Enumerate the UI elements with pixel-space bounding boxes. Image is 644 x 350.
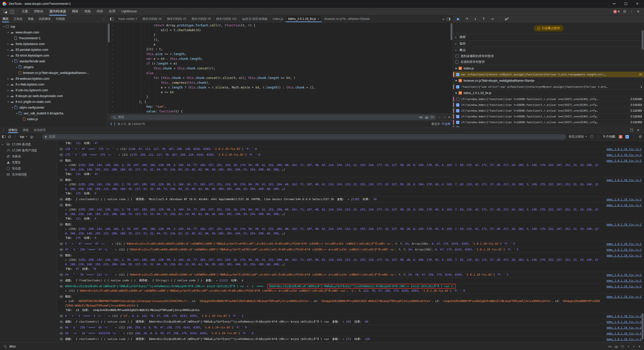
tree-item[interactable]: ▾☁lf-rc1.yhgfb-cn-static.com xyxy=(0,99,107,105)
section-线程[interactable]: ▸线程 xyxy=(453,34,644,40)
source-location-link[interactable]: bdms_1.0.1.19_fix.js:2 xyxy=(607,253,641,258)
navigator-tab-网页[interactable]: 网页 xyxy=(0,16,11,22)
search-previous-icon[interactable]: ∧ xyxy=(627,345,629,348)
source-location-link[interactable]: bdms_1.0.1.19_fix.js:2 xyxy=(607,284,641,289)
source-location-link[interactable]: bdms_1.0.1.19_fix.js:2 xyxy=(607,222,641,227)
step-into-icon[interactable]: ↓ xyxy=(474,17,477,21)
close-drawer-icon[interactable]: × xyxy=(637,128,639,132)
resume-script-icon[interactable]: ▶ xyxy=(457,17,460,21)
main-tab-源代码/来源[interactable]: 源代码/来源 xyxy=(47,8,69,16)
main-tab-元素[interactable]: 元素 xyxy=(19,8,31,16)
chevron-right-icon[interactable]: ▸ xyxy=(6,89,10,92)
breakpoint-checkbox[interactable] xyxy=(456,85,459,89)
file-tab[interactable]: bdms_1.0.1.19_fix.js× xyxy=(286,16,322,22)
close-search-icon[interactable]: × xyxy=(638,344,640,348)
drawer-more-icon[interactable]: ⋮ xyxy=(2,128,5,132)
main-tab-控制台[interactable]: 控制台 xyxy=(31,8,47,16)
breakpoint-entry[interactable]: !function(){"use strict";var y=function(… xyxy=(453,84,644,90)
minimize-button[interactable] xyxy=(613,4,616,4)
navigator-tab-代码段[interactable]: 代码段 xyxy=(53,16,67,22)
search-option-Aa[interactable]: Aa xyxy=(608,345,612,348)
line-gutter[interactable]: - xyxy=(108,37,117,42)
line-gutter[interactable]: - xyxy=(108,100,117,104)
file-tab[interactable]: 脚本代码段 #5 xyxy=(165,16,189,22)
breakpoint-checkbox[interactable] xyxy=(456,109,459,112)
source-location-link[interactable]: bdms_1.0.1.19_fix.js:2 xyxy=(607,242,641,246)
breakpoint-entry[interactable]: if(!window.bdms){!function(){var t={6696… xyxy=(453,108,644,113)
inspect-element-icon[interactable] xyxy=(3,10,7,13)
search-option-(*)[interactable]: (*) xyxy=(621,345,624,348)
navigator-more-icon[interactable]: ⋮ xyxy=(102,17,107,21)
file-tab[interactable]: qq音乐 响应体插桩 xyxy=(240,16,270,22)
console-errors-indicator[interactable]: !4 xyxy=(613,10,620,13)
chevron-right-icon[interactable]: ▸ xyxy=(6,77,10,80)
tree-item[interactable]: index.js xyxy=(0,116,107,122)
coverage-value[interactable]: 不适用 xyxy=(442,122,451,125)
debugger-scrollbar[interactable] xyxy=(642,30,643,50)
breakpoint-entry[interactable]: var i=function(){return i=Object.assign|… xyxy=(453,71,644,77)
breakpoint-entry[interactable]: if(!window.bdms){!function(){var t={6696… xyxy=(453,119,644,125)
frame-context-select[interactable]: top▼ xyxy=(20,135,28,139)
find-option-Aa[interactable]: Aa xyxy=(419,116,422,119)
line-gutter[interactable]: - xyxy=(108,71,117,76)
find-option-(*)[interactable]: (*) xyxy=(431,116,434,119)
breakpoint-entry[interactable]: if(!window.bdms){!function(){var t={6696… xyxy=(453,96,644,102)
close-tab-icon[interactable]: × xyxy=(317,17,319,21)
console-sidebar-item[interactable]: 无错误 xyxy=(0,153,57,159)
info-icon[interactable]: i xyxy=(590,135,593,138)
pretty-print-icon[interactable]: { } xyxy=(110,122,116,126)
close-find-icon[interactable]: × xyxy=(448,115,450,119)
main-tab-应用[interactable]: 应用 xyxy=(106,8,118,16)
expand-caret-icon[interactable]: ▸ xyxy=(65,289,68,292)
console-sidebar-item[interactable]: 无信息 xyxy=(0,165,57,171)
expand-caret-icon[interactable]: ▸ xyxy=(343,320,346,323)
console-sidebar-toggle-icon[interactable] xyxy=(2,135,6,138)
source-location-link[interactable]: bdms_1.0.1.19_fix.js:2 xyxy=(607,147,641,151)
chevron-down-icon[interactable]: ▾ xyxy=(6,54,10,57)
breakpoint-file-group[interactable]: ▾<>bdms_1.0.1.19_fix.js xyxy=(453,90,644,96)
source-location-link[interactable]: bdms_1.0.1.19_fix.js:2 xyxy=(607,153,641,157)
chevron-right-icon[interactable]: ▸ xyxy=(6,49,10,51)
line-gutter[interactable]: - xyxy=(108,47,117,52)
tree-item[interactable]: ▾☁lf3-short.ibytedapm.com xyxy=(0,53,107,58)
file-tab[interactable]: hook cookie 2 xyxy=(116,16,140,22)
source-location-link[interactable]: bdms_1.0.1.19_fix.js:2 xyxy=(607,203,641,207)
source-location-link[interactable]: bdms_1.0.1.19_fix.js:2 xyxy=(607,320,641,324)
expand-caret-icon[interactable]: ▸ xyxy=(65,163,68,167)
code-editor[interactable]: - return Array.prototype.forEach.call(r,… xyxy=(108,22,453,113)
expand-caret-icon[interactable]: ▸ xyxy=(118,153,122,156)
tree-item[interactable]: ▾sec_sdk_build/4.0.8/captcha xyxy=(0,110,107,116)
expand-caret-icon[interactable]: ▸ xyxy=(65,227,68,231)
settings-gear-icon[interactable]: ⚙ xyxy=(623,9,626,14)
line-gutter[interactable]: - xyxy=(108,104,117,109)
debugger-pane-toggle-icon[interactable] xyxy=(447,18,450,20)
breakpoint-checkbox[interactable] xyxy=(456,103,459,107)
line-gutter[interactable]: - xyxy=(108,109,117,113)
navigator-tab-工作区[interactable]: 工作区 xyxy=(11,16,25,22)
console-sidebar-item[interactable]: 无详细消息 xyxy=(0,171,57,178)
expand-caret-icon[interactable]: ▸ xyxy=(115,326,118,329)
tree-item[interactable]: browser.cn.js?bid=douyin_web&globalName=… xyxy=(0,70,107,76)
tree-item[interactable]: ▸☁lf3-pendah.bytetos.com xyxy=(0,47,107,53)
tree-item[interactable]: ▸☁lf-cdn-tos.bytescm.com xyxy=(0,87,107,93)
line-gutter[interactable]: - xyxy=(108,57,117,61)
line-gutter[interactable]: - xyxy=(108,90,117,95)
navigator-toggle-icon[interactable] xyxy=(108,16,116,22)
file-tab[interactable]: 脚本代码段 #6 xyxy=(189,16,214,22)
source-location-link[interactable]: bdms_1.0.1.19_fix.js:2 xyxy=(607,294,641,299)
console-scrollbar[interactable] xyxy=(642,313,643,339)
chevron-down-icon[interactable]: ▾ xyxy=(15,112,19,115)
search-next-icon[interactable]: ∨ xyxy=(633,345,635,348)
chevron-right-icon[interactable]: ▸ xyxy=(6,43,10,45)
step-over-icon[interactable]: ↷ xyxy=(465,17,468,21)
expand-caret-icon[interactable]: ▸ xyxy=(65,258,68,261)
breakpoint-entry[interactable]: if(!window.bdms){!function(){var t={6696… xyxy=(453,125,644,127)
tree-item[interactable]: ▸☁lf3-webcast.bytetos.com xyxy=(0,76,107,81)
main-tab-Lighthouse[interactable]: Lighthouse xyxy=(118,8,140,16)
chevron-right-icon[interactable]: ▸ xyxy=(15,66,19,68)
find-input[interactable]: 查找 Aaab(*) xyxy=(110,115,436,120)
main-tab-网络[interactable]: 网络 xyxy=(69,8,81,16)
file-tab[interactable]: 脚本代码段 #11 xyxy=(214,16,239,22)
line-gutter[interactable]: - xyxy=(108,61,117,66)
chevron-down-icon[interactable]: ▾ xyxy=(2,25,6,28)
